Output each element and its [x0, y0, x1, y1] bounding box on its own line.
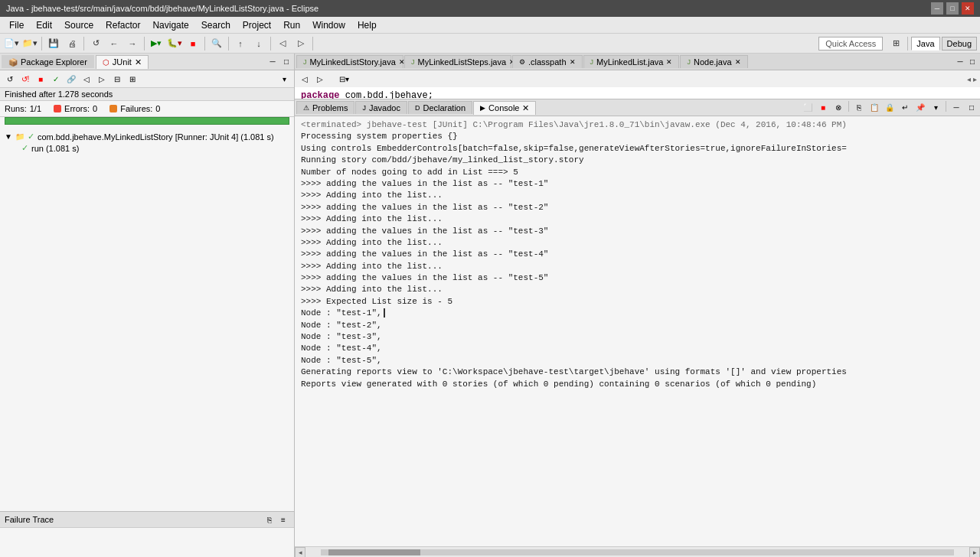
toolbar: 📄▾ 📁▾ 💾 🖨 ↺ ← → ▶▾ 🐛▾ ■ 🔍 ↑ ↓ ◁ ▷ Quick … [0, 34, 980, 54]
horizontal-scrollbar[interactable]: ◂ ▸ [295, 546, 980, 557]
console-pin-button[interactable]: 📌 [913, 101, 927, 115]
test-case-item[interactable]: ✓ run (1.081 s) [3, 142, 291, 154]
tab-classpath[interactable]: ⚙ .classpath ✕ [512, 55, 583, 68]
console-line-15: Node : "test-1", [301, 308, 974, 319]
debug-perspective-button[interactable]: Debug [942, 37, 977, 50]
console-maximize-button[interactable]: □ [965, 101, 978, 115]
tab-node[interactable]: J Node.java ✕ [680, 55, 747, 68]
minimize-panel-button[interactable]: ─ [266, 56, 279, 68]
quick-access-input[interactable]: Quick Access [818, 37, 883, 50]
menu-search[interactable]: Search [195, 18, 237, 32]
refresh-button[interactable]: ↺ [87, 35, 104, 52]
console-word-wrap-button[interactable]: ↵ [898, 101, 912, 115]
close-linked-list-tab-icon[interactable]: ✕ [666, 58, 672, 66]
prev-edit-button[interactable]: ◁ [274, 35, 291, 52]
tab-my-linked-list-story[interactable]: J MyLinkedListStory.java ✕ [296, 55, 403, 68]
errors-label: Errors: [64, 104, 90, 113]
minimize-button[interactable]: ─ [931, 2, 943, 15]
console-minimize-button[interactable]: ─ [949, 101, 963, 115]
stop-junit-button[interactable]: ■ [34, 72, 47, 86]
console-dropdown-button[interactable]: ▾ [929, 101, 942, 115]
editor-panel-minimize[interactable]: ─ [954, 56, 966, 68]
tab-javadoc[interactable]: J Javadoc [355, 101, 407, 114]
fwd-button[interactable]: → [124, 35, 141, 52]
next-edit-button[interactable]: ▷ [292, 35, 309, 52]
console-disconnect-button[interactable]: ⊗ [831, 101, 845, 115]
open-perspective-button[interactable]: ⊞ [887, 35, 904, 52]
new-btn2[interactable]: 📁▾ [21, 35, 38, 52]
scrollbar-track[interactable] [321, 549, 954, 555]
test-suite-item[interactable]: ▼ 📁 ✓ com.bdd.jbehave.MyLinkedListStory … [3, 131, 291, 142]
menu-help[interactable]: Help [351, 18, 383, 32]
history-button[interactable]: ▾ [277, 72, 291, 86]
back-button[interactable]: ← [106, 35, 122, 52]
junit-close-icon[interactable]: ✕ [135, 57, 142, 67]
editor-panel-maximize[interactable]: □ [966, 56, 978, 68]
maximize-button[interactable]: □ [946, 2, 959, 15]
editor-back-button[interactable]: ◁ [298, 72, 312, 86]
maximize-panel-button[interactable]: □ [280, 56, 292, 68]
console-copy-button[interactable]: ⎘ [852, 101, 866, 115]
scroll-right-arrow[interactable]: ▸ [969, 547, 980, 558]
close-classpath-tab-icon[interactable]: ✕ [570, 58, 576, 66]
next-ann-button[interactable]: ↓ [250, 35, 267, 52]
menu-window[interactable]: Window [306, 18, 351, 32]
close-node-tab-icon[interactable]: ✕ [735, 58, 741, 66]
expand-all-button[interactable]: ⊞ [126, 72, 139, 86]
new-button[interactable]: 📄▾ [3, 35, 20, 52]
collapse-all-button[interactable]: ⊟ [110, 72, 124, 86]
right-panel: J MyLinkedListStory.java ✕ J MyLinkedLis… [295, 54, 980, 557]
stop-button[interactable]: ■ [185, 35, 201, 52]
close-button[interactable]: ✕ [962, 2, 974, 15]
tab-declaration[interactable]: D Declaration [408, 101, 472, 114]
console-scroll-lock-button[interactable]: 🔒 [883, 101, 897, 115]
case-label: run (1.081 s) [31, 144, 79, 153]
menu-bar: File Edit Source Refactor Navigate Searc… [0, 17, 980, 34]
tab-console[interactable]: ▶ Console ✕ [473, 101, 536, 115]
scrollbar-thumb[interactable] [328, 549, 420, 555]
menu-project[interactable]: Project [237, 18, 277, 32]
tab-package-explorer[interactable]: 📦 Package Explorer [2, 55, 94, 68]
editor-expand-button[interactable]: ⊟▾ [328, 72, 359, 86]
tab-junit[interactable]: ⬡ JUnit ✕ [96, 55, 149, 69]
save-button[interactable]: 💾 [45, 35, 62, 52]
print-button[interactable]: 🖨 [64, 35, 80, 52]
package-explorer-icon: 📦 [8, 58, 18, 67]
run-button[interactable]: ▶▾ [148, 35, 165, 52]
tab-my-linked-list-steps[interactable]: J MyLinkedListSteps.java ✕ [404, 55, 511, 68]
editor-fwd-button[interactable]: ▷ [313, 72, 327, 86]
rerun-button[interactable]: ↺ [3, 72, 17, 86]
scroll-left-arrow[interactable]: ◂ [295, 547, 305, 558]
menu-edit[interactable]: Edit [30, 18, 58, 32]
junit-progress-bar [5, 117, 289, 125]
editor-toolbar: ◁ ▷ ⊟▾ ◂ ▸ [295, 70, 980, 87]
failure-trace-copy-button[interactable]: ⎘ [263, 513, 276, 526]
console-paste-button[interactable]: 📋 [867, 101, 881, 115]
debug-button[interactable]: 🐛▾ [166, 35, 183, 52]
menu-navigate[interactable]: Navigate [146, 18, 194, 32]
console-line-17: Node : "test-3", [301, 331, 974, 343]
junit-nav-next-button[interactable]: ▷ [95, 72, 109, 86]
menu-file[interactable]: File [3, 18, 30, 32]
menu-refactor[interactable]: Refactor [100, 18, 146, 32]
junit-nav-prev-button[interactable]: ◁ [80, 72, 93, 86]
console-clear-button[interactable]: ⬜ [801, 101, 815, 115]
prev-ann-button[interactable]: ↑ [232, 35, 249, 52]
console-line-21: Generating reports view to 'C:\Workspace… [301, 366, 974, 378]
menu-source[interactable]: Source [58, 18, 100, 32]
console-terminate-button[interactable]: ■ [816, 101, 830, 115]
tab-problems[interactable]: ⚠ Problems [296, 101, 354, 114]
tab-my-linked-list[interactable]: J MyLinkedList.java ✕ [583, 55, 680, 68]
close-console-icon[interactable]: ✕ [522, 103, 529, 113]
tab-label-node: Node.java [694, 57, 732, 67]
junit-link-button[interactable]: 🔗 [64, 72, 78, 86]
check-junit-button[interactable]: ✓ [49, 72, 63, 86]
console-line-12: >>>> adding the values in the list as --… [301, 272, 974, 284]
java-file-list-icon: J [590, 58, 594, 66]
rerun-failed-button[interactable]: ↺! [18, 72, 32, 86]
search-button[interactable]: 🔍 [208, 35, 225, 52]
java-perspective-button[interactable]: Java [911, 37, 939, 50]
failure-trace-filter-button[interactable]: ≡ [277, 513, 289, 526]
junit-icon: ⬡ [103, 58, 109, 67]
menu-run[interactable]: Run [277, 18, 306, 32]
